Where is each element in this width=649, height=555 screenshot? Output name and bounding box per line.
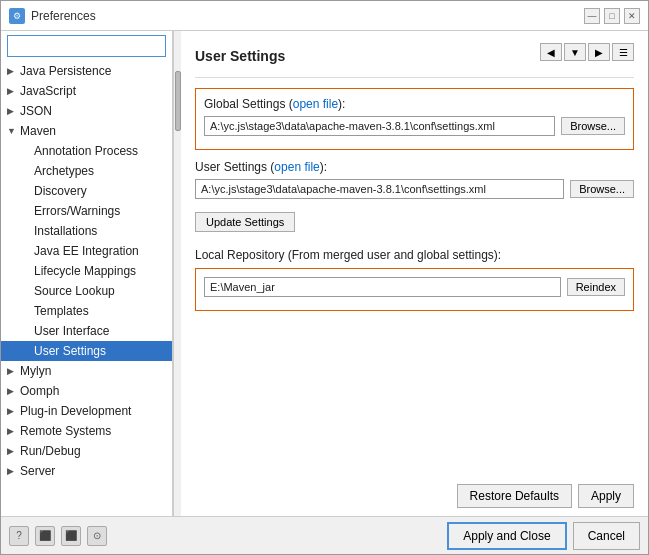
menu-button[interactable]: ☰ xyxy=(612,43,634,61)
sidebar-item-label: Java Persistence xyxy=(20,64,111,78)
content-area: ▶ Java Persistence ▶ JavaScript ▶ JSON ▼… xyxy=(1,31,648,516)
sidebar-item-label: Run/Debug xyxy=(20,444,81,458)
sidebar-wrapper: ▶ Java Persistence ▶ JavaScript ▶ JSON ▼… xyxy=(1,31,181,516)
sidebar-item-user-settings[interactable]: User Settings xyxy=(1,341,172,361)
window-title: Preferences xyxy=(31,9,96,23)
sidebar-item-label: JavaScript xyxy=(20,84,76,98)
expand-arrow: ▶ xyxy=(7,86,17,96)
sidebar-item-discovery[interactable]: Discovery xyxy=(1,181,172,201)
global-settings-box: Global Settings (open file): Browse... xyxy=(195,88,634,150)
sidebar-item-label: Plug-in Development xyxy=(20,404,131,418)
footer-buttons: Apply and Close Cancel xyxy=(447,522,640,550)
user-settings-input[interactable] xyxy=(195,179,564,199)
expand-arrow: ▶ xyxy=(7,366,17,376)
dropdown-button[interactable]: ▼ xyxy=(564,43,586,61)
sidebar-scrollbar[interactable] xyxy=(173,31,181,516)
local-repo-label: Local Repository (From merged user and g… xyxy=(195,248,634,262)
sidebar-item-java-persistence[interactable]: ▶ Java Persistence xyxy=(1,61,172,81)
sidebar-item-label: Installations xyxy=(34,224,97,238)
help-icon[interactable]: ? xyxy=(9,526,29,546)
bottom-buttons: Restore Defaults Apply xyxy=(195,474,634,508)
sidebar-item-label: Lifecycle Mappings xyxy=(34,264,136,278)
import-icon[interactable]: ⬛ xyxy=(61,526,81,546)
sidebar-item-plug-in-development[interactable]: ▶ Plug-in Development xyxy=(1,401,172,421)
sidebar-item-remote-systems[interactable]: ▶ Remote Systems xyxy=(1,421,172,441)
title-bar: ⚙ Preferences — □ ✕ xyxy=(1,1,648,31)
local-repo-box: Reindex xyxy=(195,268,634,311)
reindex-button[interactable]: Reindex xyxy=(567,278,625,296)
apply-button[interactable]: Apply xyxy=(578,484,634,508)
sidebar: ▶ Java Persistence ▶ JavaScript ▶ JSON ▼… xyxy=(1,31,173,516)
restore-defaults-button[interactable]: Restore Defaults xyxy=(457,484,572,508)
sidebar-item-errors-warnings[interactable]: Errors/Warnings xyxy=(1,201,172,221)
sidebar-item-label: Oomph xyxy=(20,384,59,398)
cancel-button[interactable]: Cancel xyxy=(573,522,640,550)
sidebar-item-run-debug[interactable]: ▶ Run/Debug xyxy=(1,441,172,461)
expand-arrow: ▶ xyxy=(7,106,17,116)
expand-arrow: ▼ xyxy=(7,126,17,136)
global-open-file-link[interactable]: open file xyxy=(293,97,338,111)
sidebar-item-label: Discovery xyxy=(34,184,87,198)
sidebar-item-javascript[interactable]: ▶ JavaScript xyxy=(1,81,172,101)
sidebar-item-lifecycle-mappings[interactable]: Lifecycle Mappings xyxy=(1,261,172,281)
title-bar-left: ⚙ Preferences xyxy=(9,8,96,24)
footer-icons: ? ⬛ ⬛ ⊙ xyxy=(9,526,107,546)
sidebar-item-label: Java EE Integration xyxy=(34,244,139,258)
expand-arrow: ▶ xyxy=(7,446,17,456)
sidebar-item-maven[interactable]: ▼ Maven xyxy=(1,121,172,141)
global-settings-row: Browse... xyxy=(204,116,625,136)
user-settings-row: Browse... xyxy=(195,179,634,199)
expand-arrow: ▶ xyxy=(7,386,17,396)
sidebar-item-oomph[interactable]: ▶ Oomph xyxy=(1,381,172,401)
panel-title: User Settings xyxy=(195,48,285,64)
tree-area: ▶ Java Persistence ▶ JavaScript ▶ JSON ▼… xyxy=(1,61,172,516)
global-browse-button[interactable]: Browse... xyxy=(561,117,625,135)
global-settings-input[interactable] xyxy=(204,116,555,136)
sidebar-item-label: JSON xyxy=(20,104,52,118)
minimize-button[interactable]: — xyxy=(584,8,600,24)
sidebar-item-server[interactable]: ▶ Server xyxy=(1,461,172,481)
update-settings-button[interactable]: Update Settings xyxy=(195,212,295,232)
preferences-icon: ⚙ xyxy=(9,8,25,24)
title-bar-controls: — □ ✕ xyxy=(584,8,640,24)
nav-arrows: ◀ ▼ ▶ ☰ xyxy=(540,43,634,61)
sidebar-item-annotation-process[interactable]: Annotation Process xyxy=(1,141,172,161)
footer: ? ⬛ ⬛ ⊙ Apply and Close Cancel xyxy=(1,516,648,554)
sidebar-item-label: Archetypes xyxy=(34,164,94,178)
local-repo-row: Reindex xyxy=(204,277,625,297)
sidebar-item-label: Source Lookup xyxy=(34,284,115,298)
user-open-file-link[interactable]: open file xyxy=(274,160,319,174)
expand-arrow: ▶ xyxy=(7,426,17,436)
local-repo-input[interactable] xyxy=(204,277,561,297)
sidebar-item-label: Remote Systems xyxy=(20,424,111,438)
sidebar-item-label: User Settings xyxy=(34,344,106,358)
sidebar-item-user-interface[interactable]: User Interface xyxy=(1,321,172,341)
expand-arrow: ▶ xyxy=(7,406,17,416)
sidebar-item-json[interactable]: ▶ JSON xyxy=(1,101,172,121)
sidebar-item-label: Maven xyxy=(20,124,56,138)
sidebar-item-archetypes[interactable]: Archetypes xyxy=(1,161,172,181)
scrollbar-thumb xyxy=(175,71,181,131)
sidebar-item-label: Server xyxy=(20,464,55,478)
sidebar-item-label: Mylyn xyxy=(20,364,51,378)
user-settings-label: User Settings (open file): xyxy=(195,160,634,174)
sidebar-item-java-ee-integration[interactable]: Java EE Integration xyxy=(1,241,172,261)
expand-arrow: ▶ xyxy=(7,66,17,76)
apply-and-close-button[interactable]: Apply and Close xyxy=(447,522,566,550)
sidebar-item-templates[interactable]: Templates xyxy=(1,301,172,321)
settings-icon[interactable]: ⊙ xyxy=(87,526,107,546)
close-button[interactable]: ✕ xyxy=(624,8,640,24)
forward-button[interactable]: ▶ xyxy=(588,43,610,61)
user-browse-button[interactable]: Browse... xyxy=(570,180,634,198)
sidebar-item-label: Errors/Warnings xyxy=(34,204,120,218)
sidebar-item-installations[interactable]: Installations xyxy=(1,221,172,241)
sidebar-item-source-lookup[interactable]: Source Lookup xyxy=(1,281,172,301)
expand-arrow: ▶ xyxy=(7,466,17,476)
export-icon[interactable]: ⬛ xyxy=(35,526,55,546)
sidebar-item-label: Annotation Process xyxy=(34,144,138,158)
sidebar-item-mylyn[interactable]: ▶ Mylyn xyxy=(1,361,172,381)
search-input[interactable] xyxy=(7,35,166,57)
maximize-button[interactable]: □ xyxy=(604,8,620,24)
back-button[interactable]: ◀ xyxy=(540,43,562,61)
sidebar-item-label: User Interface xyxy=(34,324,109,338)
